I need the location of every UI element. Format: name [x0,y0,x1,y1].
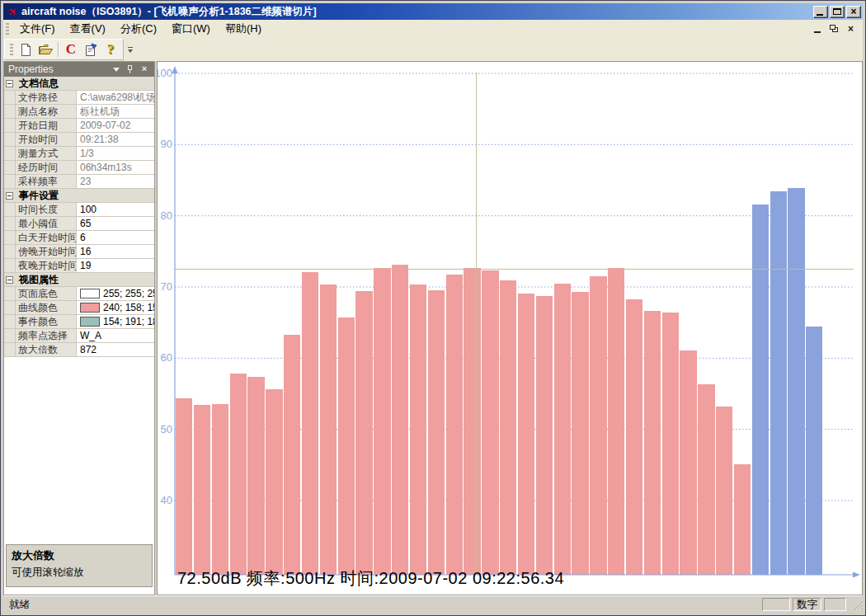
property-section-header[interactable]: 事件设置 [4,189,154,203]
property-value[interactable]: C:\awa6298\机场 [77,91,154,104]
spectrum-bar[interactable] [572,292,588,575]
overflow-dash-icon [128,47,133,48]
hint-title: 放大倍数 [12,548,147,563]
row-gutter [4,287,16,300]
spectrum-bar[interactable] [230,374,247,575]
spectrum-bar[interactable] [608,268,624,575]
open-file-button[interactable] [35,40,55,59]
property-value[interactable]: 09:21:38 [77,133,154,146]
property-row: 事件颜色154; 191; 185 [4,315,154,329]
toolbar-grip-handle[interactable] [10,44,13,56]
property-value[interactable]: 23 [77,175,154,188]
properties-button[interactable] [81,40,101,59]
collapse-minus-icon[interactable] [6,192,13,200]
property-value[interactable]: 872 [77,343,154,356]
spectrum-bar[interactable] [536,296,553,575]
minimize-button[interactable] [813,6,828,18]
property-value[interactable]: 154; 191; 185 [77,315,154,328]
event-bar[interactable] [788,188,804,575]
property-value[interactable]: 06h34m13s [77,161,154,174]
property-value[interactable]: 100 [77,203,154,216]
spectrum-bar[interactable] [410,284,426,575]
property-value[interactable]: 2009-07-02 [77,119,154,132]
property-value[interactable]: W_A [77,329,154,342]
panel-close-button[interactable]: × [139,64,150,74]
spectrum-bar[interactable] [698,384,714,575]
property-value[interactable]: 19 [77,259,154,272]
new-document-button[interactable] [16,40,35,59]
analysis-button[interactable]: C [61,40,81,59]
color-swatch[interactable] [80,303,100,313]
mdi-minimize-button[interactable] [811,23,825,35]
property-value-text: 255; 255; 255 [103,288,154,299]
property-value[interactable]: 栎社机场 [77,105,154,118]
property-value-text: W_A [80,330,101,341]
spectrum-bar[interactable] [734,464,751,575]
event-bar[interactable] [770,191,787,576]
close-button[interactable]: × [846,6,861,18]
mdi-restore-button[interactable] [827,23,841,35]
property-section-header[interactable]: 文档信息 [4,77,154,91]
menu-grip-handle[interactable] [6,23,9,35]
help-button[interactable]: ? [101,40,120,59]
property-value[interactable]: 6 [77,231,154,244]
spectrum-bar[interactable] [212,404,228,575]
event-bar[interactable] [806,327,822,575]
spectrum-bar[interactable] [590,276,606,575]
menu-item-1[interactable]: 查看(V) [63,20,113,38]
property-label: 曲线颜色 [16,301,77,314]
row-gutter [4,133,16,146]
property-value-text: 19 [80,260,91,271]
mdi-close-button[interactable]: × [844,23,858,35]
spectrum-bar[interactable] [176,398,192,575]
menu-item-3[interactable]: 窗口(W) [164,20,218,38]
spectrum-bar[interactable] [428,290,445,576]
spectrum-bar[interactable] [644,311,661,576]
menu-item-2[interactable]: 分析(C) [113,20,164,38]
spectrum-bar[interactable] [662,313,679,575]
color-swatch[interactable] [80,289,100,299]
property-value-text: 16 [80,246,91,257]
collapse-minus-icon[interactable] [6,276,13,284]
spectrum-bar[interactable] [446,275,463,575]
panel-menu-button[interactable] [111,64,122,74]
resize-grip[interactable] [851,598,863,611]
row-gutter [4,301,16,314]
spectrum-bar[interactable] [500,280,516,575]
spectrum-bar[interactable] [554,284,571,575]
event-bar[interactable] [752,205,769,575]
spectrum-bar[interactable] [482,270,498,575]
spectrum-bar[interactable] [716,407,732,575]
menu-item-4[interactable]: 帮助(H) [218,20,269,38]
property-label: 频率点选择 [16,329,77,342]
panel-pin-button[interactable] [125,64,136,74]
spectrum-bar[interactable] [464,268,480,575]
spectrum-bar[interactable] [392,265,408,575]
spectrum-bar[interactable] [338,317,355,575]
property-value[interactable]: 1/3 [77,147,154,160]
spectrum-bar[interactable] [374,268,390,575]
spectrum-bar[interactable] [320,284,337,575]
spectrum-chart[interactable]: 100908070605040 [158,62,863,596]
property-value[interactable]: 65 [77,217,154,230]
color-swatch[interactable] [80,317,100,327]
spectrum-bar[interactable] [626,299,642,575]
spectrum-bar[interactable] [355,291,372,575]
spectrum-bar[interactable] [194,405,210,575]
spectrum-bar[interactable] [518,294,534,575]
property-value[interactable]: 240; 158; 158 [77,301,154,314]
spectrum-bar[interactable] [680,350,696,575]
spectrum-bar[interactable] [266,389,282,575]
toolbar-overflow-button[interactable] [125,40,135,59]
property-value[interactable]: 16 [77,245,154,258]
property-value-text: 6 [80,232,86,243]
menu-item-0[interactable]: 文件(F) [12,20,63,38]
section-title: 事件设置 [16,189,154,202]
property-value[interactable]: 255; 255; 255 [77,287,154,300]
spectrum-bar[interactable] [302,272,318,575]
property-section-header[interactable]: 视图属性 [4,273,154,287]
spectrum-bar[interactable] [247,377,264,575]
maximize-button[interactable] [830,6,845,18]
collapse-minus-icon[interactable] [6,80,13,87]
spectrum-bar[interactable] [284,335,300,575]
